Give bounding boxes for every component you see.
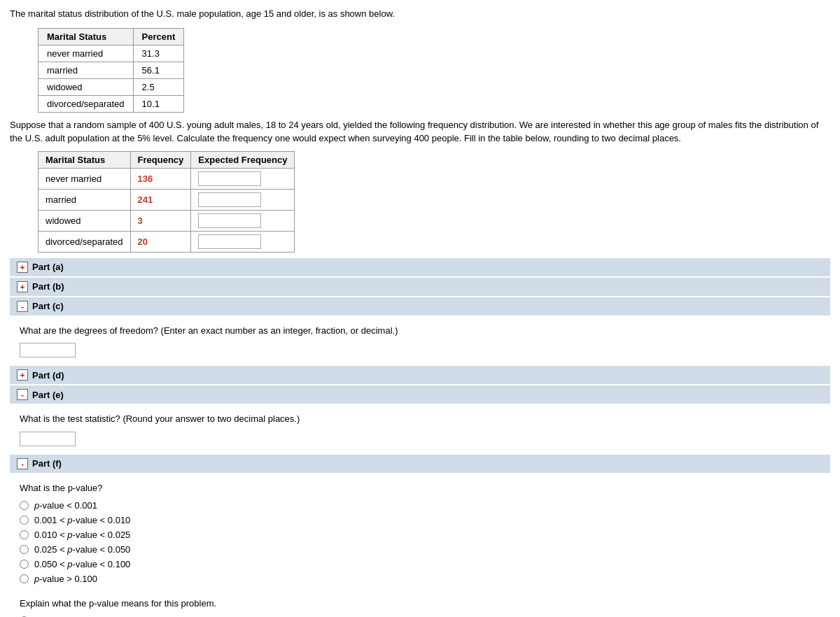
pvalue-label-0: p-value < 0.001 (34, 500, 97, 511)
part-f-question: What is the p-value? (20, 481, 820, 495)
pvalue-label-1: 0.001 < p-value < 0.010 (34, 515, 130, 525)
part-e-content: What is the test statistic? (Round your … (10, 405, 830, 453)
freq-table-row: divorced/separated20 (38, 231, 295, 252)
freq-table-row: widowed3 (38, 210, 295, 231)
table-row: divorced/separated10.1 (38, 95, 184, 112)
freq-status-cell: widowed (38, 210, 131, 231)
part-f-header[interactable]: - Part (f) (10, 455, 830, 473)
part-b-label: Part (b) (32, 281, 64, 292)
part-d-toggle[interactable]: + (17, 369, 28, 381)
pvalue-option[interactable]: p-value > 0.100 (20, 574, 820, 584)
suppose-text: Suppose that a random sample of 400 U.S.… (10, 118, 830, 146)
part-f-label: Part (f) (32, 458, 62, 469)
part-c-header[interactable]: - Part (c) (10, 297, 830, 315)
explain-option[interactable]: If H0 is false, then there is a chance e… (20, 615, 820, 618)
expected-freq-input[interactable] (198, 171, 261, 186)
part-b-header[interactable]: + Part (b) (10, 278, 830, 296)
part-d-label: Part (d) (32, 370, 64, 381)
expected-freq-cell (191, 231, 295, 252)
freq-status-cell: never married (38, 168, 131, 189)
freq-value-cell: 241 (130, 189, 191, 210)
part-a-toggle[interactable]: + (17, 262, 28, 273)
part-e-question: What is the test statistic? (Round your … (20, 412, 820, 426)
pvalue-radio-1[interactable] (20, 516, 29, 525)
percent-cell: 10.1 (133, 95, 184, 112)
freq-table-row: married241 (38, 189, 295, 210)
pvalue-radio-0[interactable] (20, 501, 29, 510)
explain-label: Explain what the p-value means for this … (20, 597, 820, 611)
part-f-content: What is the p-value? p-value < 0.0010.00… (10, 474, 830, 618)
pvalue-radio-3[interactable] (20, 545, 29, 554)
percent-cell: 2.5 (133, 78, 184, 95)
marital-status-table: Marital Status Percent never married31.3… (38, 28, 184, 113)
freq-value-cell: 3 (130, 210, 191, 231)
intro-text: The marital status distribution of the U… (10, 7, 830, 21)
part-c-content: What are the degrees of freedom? (Enter … (10, 317, 830, 365)
pvalue-radio-2[interactable] (20, 530, 29, 539)
pvalue-option[interactable]: 0.050 < p-value < 0.100 (20, 559, 820, 569)
explain-section: Explain what the p-value means for this … (20, 597, 820, 617)
pvalue-label-3: 0.025 < p-value < 0.050 (34, 544, 130, 555)
expected-freq-input[interactable] (198, 192, 261, 207)
expected-freq-cell (191, 168, 295, 189)
freq-col-status: Marital Status (38, 151, 131, 168)
part-a-header[interactable]: + Part (a) (10, 258, 830, 276)
col-header-percent: Percent (133, 28, 184, 45)
part-f-toggle[interactable]: - (17, 458, 28, 469)
pvalue-option[interactable]: p-value < 0.001 (20, 500, 820, 511)
freq-status-cell: divorced/separated (38, 231, 131, 252)
status-cell: married (38, 62, 134, 78)
col-header-status: Marital Status (38, 28, 134, 45)
part-e-header[interactable]: - Part (e) (10, 385, 830, 404)
percent-cell: 31.3 (133, 45, 184, 62)
table-row: never married31.3 (38, 45, 184, 62)
pvalue-label-4: 0.050 < p-value < 0.100 (34, 559, 130, 569)
part-c-question: What are the degrees of freedom? (Enter … (20, 324, 820, 338)
freq-table-row: never married136 (38, 168, 295, 189)
explain-radio-group: If H0 is false, then there is a chance e… (20, 615, 820, 618)
pvalue-option[interactable]: 0.025 < p-value < 0.050 (20, 544, 820, 555)
expected-freq-cell (191, 210, 295, 231)
expected-freq-input[interactable] (198, 234, 261, 249)
part-c-input[interactable] (20, 343, 76, 357)
explain-label-0: If H0 is false, then there is a chance e… (34, 615, 603, 618)
freq-col-expected: Expected Frequency (191, 151, 295, 168)
pvalue-radio-5[interactable] (20, 574, 29, 583)
part-d-header[interactable]: + Part (d) (10, 366, 830, 384)
table-row: married56.1 (38, 62, 184, 78)
freq-value-cell: 20 (130, 231, 191, 252)
part-c-label: Part (c) (32, 301, 64, 311)
pvalue-option[interactable]: 0.001 < p-value < 0.010 (20, 515, 820, 525)
table-row: widowed2.5 (38, 78, 184, 95)
percent-cell: 56.1 (133, 62, 184, 78)
part-a-label: Part (a) (32, 262, 64, 272)
freq-value-cell: 136 (130, 168, 191, 189)
part-b-toggle[interactable]: + (17, 281, 28, 292)
pvalue-radio-group: p-value < 0.0010.001 < p-value < 0.0100.… (20, 500, 820, 584)
pvalue-option[interactable]: 0.010 < p-value < 0.025 (20, 530, 820, 540)
pvalue-radio-4[interactable] (20, 560, 29, 569)
pvalue-label-5: p-value > 0.100 (34, 574, 97, 584)
status-cell: divorced/separated (38, 95, 134, 112)
expected-freq-input[interactable] (198, 213, 261, 228)
freq-col-frequency: Frequency (130, 151, 191, 168)
part-e-toggle[interactable]: - (17, 389, 28, 400)
frequency-table: Marital Status Frequency Expected Freque… (38, 151, 295, 253)
part-e-input[interactable] (20, 432, 76, 446)
part-c-toggle[interactable]: - (17, 301, 28, 312)
status-cell: never married (38, 45, 134, 62)
expected-freq-cell (191, 189, 295, 210)
part-e-label: Part (e) (32, 390, 64, 400)
status-cell: widowed (38, 78, 134, 95)
pvalue-label-2: 0.010 < p-value < 0.025 (34, 530, 130, 540)
freq-status-cell: married (38, 189, 131, 210)
